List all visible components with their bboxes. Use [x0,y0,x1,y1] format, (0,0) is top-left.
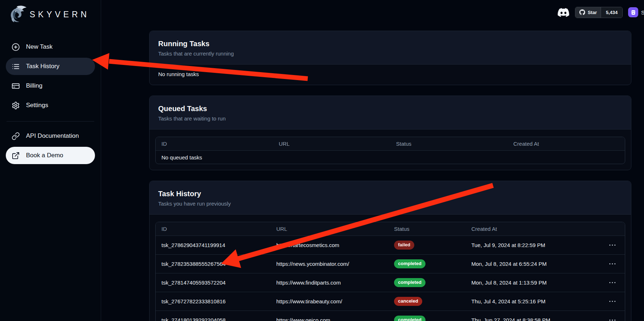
sidebar-item-settings[interactable]: Settings [6,97,95,114]
task-url-cell: https://www.finditparts.com [271,280,388,286]
org-name: Skyvern [641,9,644,16]
main-area: Star 5,434 Skyvern [101,0,644,321]
running-tasks-card: Running Tasks Tasks that are currently r… [149,31,631,85]
status-badge: completed [394,278,425,287]
status-badge: completed [394,259,425,268]
list-icon [12,62,20,71]
card-subtitle: Tasks you have run previously [158,201,622,207]
sidebar-item-api-documentation[interactable]: API Documentation [6,127,95,145]
column-header-url: URL [273,141,390,147]
task-history-header: Task History Tasks you have run previous… [150,181,631,215]
card-title: Running Tasks [158,40,622,48]
task-url-cell: https://tartecosmetics.com [271,242,388,248]
task-history-table: ID URL Status Created At tsk_27862904374… [155,222,625,321]
task-history-row[interactable]: tsk_278147405593572204https://www.findit… [156,273,625,292]
github-icon [579,9,585,15]
credit-card-icon [12,82,20,90]
task-status-cell: canceled [388,297,466,305]
sidebar-item-new-task[interactable]: New Task [6,38,95,56]
column-header-status: Status [388,226,466,232]
card-subtitle: Tasks that are currently running [158,50,622,57]
link-icon [12,132,20,140]
task-url-cell: https://www.tirabeauty.com/ [271,298,388,304]
logo-wordmark: SKYVERN [30,10,90,19]
task-id-cell: tsk_278235388555267564 [156,261,271,267]
queued-tasks-table: ID URL Status Created At No queued tasks [155,137,625,164]
sidebar-item-label: API Documentation [26,132,79,140]
topbar: Star 5,434 Skyvern [101,0,644,22]
github-star-count: 5,434 [606,10,618,15]
skyvern-logo[interactable]: SKYVERN [6,3,95,26]
column-header-created-at: Created At [507,141,625,147]
task-actions-cell [578,280,625,286]
task-actions-cell [578,299,625,304]
discord-icon[interactable] [557,6,570,18]
queued-tasks-header: Queued Tasks Tasks that are waiting to r… [150,96,631,129]
sidebar-item-label: Settings [26,102,48,109]
column-header-id: ID [156,226,271,232]
github-star-button[interactable]: Star 5,434 [575,7,623,18]
table-header-row: ID URL Status Created At [156,137,625,150]
sidebar-item-label: Billing [26,82,42,89]
task-created-at-cell: Thu, Jun 27, 2024 at 8:38:58 PM [466,317,578,321]
external-link-icon [12,151,20,160]
sidebar-item-label: Book a Demo [26,152,63,159]
column-header-status: Status [390,141,508,147]
card-title: Queued Tasks [158,105,622,113]
app-window: SKYVERN New Task Task History Billin [0,0,644,321]
ellipsis-icon[interactable] [609,317,617,321]
ellipsis-icon[interactable] [609,280,617,286]
status-badge: completed [394,316,425,321]
column-header-created-at: Created At [466,226,578,232]
task-id-cell: tsk_278147405593572204 [156,280,271,286]
ellipsis-icon[interactable] [609,261,617,267]
card-title: Task History [158,190,622,198]
task-actions-cell [578,261,625,267]
queued-tasks-card: Queued Tasks Tasks that are waiting to r… [149,96,631,170]
running-tasks-empty-text: No running tasks [150,65,631,85]
task-status-cell: completed [388,259,466,268]
sidebar-item-label: Task History [26,63,60,70]
task-id-cell: tsk_278629043741199914 [156,242,271,248]
task-history-row[interactable]: tsk_278629043741199914https://tartecosme… [156,236,625,254]
task-status-cell: completed [388,278,466,287]
page-content: Running Tasks Tasks that are currently r… [149,31,631,321]
ellipsis-icon[interactable] [609,242,617,248]
sidebar-item-task-history[interactable]: Task History [6,58,95,75]
sidebar-item-billing[interactable]: Billing [6,77,95,94]
task-id-cell: tsk_276727822333810816 [156,298,271,304]
column-header-url: URL [271,226,388,232]
task-history-row[interactable]: tsk_276727822333810816https://www.tirabe… [156,292,625,311]
task-history-rows: tsk_278629043741199914https://tartecosme… [156,236,625,321]
task-created-at-cell: Mon, Jul 8, 2024 at 6:55:24 PM [466,261,578,267]
plus-circle-icon [12,43,20,51]
running-tasks-header: Running Tasks Tasks that are currently r… [150,31,631,65]
sidebar-divider [7,121,94,122]
task-created-at-cell: Mon, Jul 8, 2024 at 1:13:59 PM [466,280,578,286]
ellipsis-icon[interactable] [609,299,617,304]
gear-icon [12,101,20,110]
task-history-row[interactable]: tsk_274180139292204058https://www.geico.… [156,311,625,321]
task-url-cell: https://news.ycombinator.com/ [271,261,388,267]
task-actions-cell [578,242,625,248]
task-actions-cell [578,317,625,321]
task-history-row[interactable]: tsk_278235388555267564https://news.ycomb… [156,254,625,273]
task-id-cell: tsk_274180139292204058 [156,317,271,321]
task-created-at-cell: Thu, Jul 4, 2024 at 5:25:16 PM [466,298,578,304]
task-url-cell: https://www.geico.com [271,317,388,321]
card-subtitle: Tasks that are waiting to run [158,115,622,122]
sidebar-item-label: New Task [26,43,52,50]
org-menu[interactable]: Skyvern [628,7,644,17]
skyvern-dragon-icon [7,4,27,25]
queued-tasks-empty-text: No queued tasks [156,154,202,160]
task-created-at-cell: Tue, Jul 9, 2024 at 8:22:59 PM [466,242,578,248]
queued-tasks-empty-row: No queued tasks [156,150,625,164]
task-status-cell: failed [388,241,466,249]
sidebar: SKYVERN New Task Task History Billin [0,0,101,321]
sidebar-item-book-a-demo[interactable]: Book a Demo [6,147,95,164]
sidebar-nav: New Task Task History Billing [6,35,95,166]
table-header-row: ID URL Status Created At [156,222,625,236]
column-header-id: ID [156,141,273,147]
status-badge: failed [394,241,414,249]
status-badge: canceled [394,297,422,305]
